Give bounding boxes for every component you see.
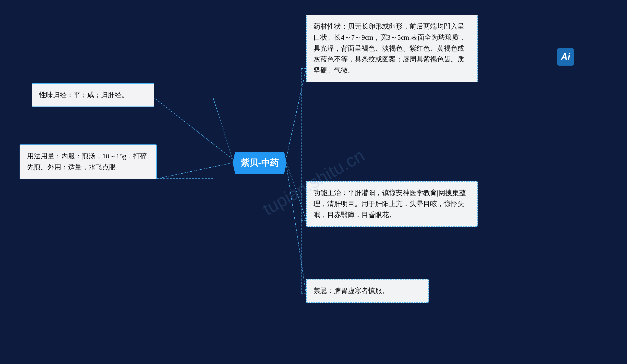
svg-line-12 — [213, 98, 233, 159]
center-node-label: 紫贝-中药 — [241, 157, 279, 169]
gongneng-text: 功能主治：平肝潜阳，镇惊安神医学教育|网搜集整理，清肝明目。用于肝阳上亢，头晕目… — [314, 189, 466, 219]
ai-badge-text: Ai — [561, 52, 570, 62]
card-gongneng: 功能主治：平肝潜阳，镇惊安神医学教育|网搜集整理，清肝明目。用于肝阳上亢，头晕目… — [306, 181, 478, 227]
svg-line-3 — [287, 163, 306, 220]
card-xingzhuang: 药材性状：贝壳长卵形或卵形，前后两端均凹入呈口状。长4～7～9cm，宽3～5cm… — [306, 15, 478, 82]
card-xingwei: 性味归经：平；咸；归肝经。 — [32, 83, 154, 107]
xingwei-text: 性味归经：平；咸；归肝经。 — [39, 91, 128, 99]
xingzhuang-text: 药材性状：贝壳长卵形或卵形，前后两端均凹入呈口状。长4～7～9cm，宽3～5cm… — [314, 23, 466, 74]
card-yongfa: 用法用量：内服：煎汤，10～15g，打碎先煎。外用：适量，水飞点眼。 — [20, 144, 157, 179]
svg-line-4 — [287, 166, 306, 294]
yongfa-text: 用法用量：内服：煎汤，10～15g，打碎先煎。外用：适量，水飞点眼。 — [27, 152, 147, 171]
svg-line-1 — [157, 163, 233, 179]
jinji-text: 禁忌：脾胃虚寒者慎服。 — [314, 287, 389, 294]
center-node: 紫贝-中药 — [233, 152, 287, 174]
svg-line-2 — [287, 69, 306, 157]
ai-badge: Ai — [557, 48, 574, 66]
card-jinji: 禁忌：脾胃虚寒者慎服。 — [306, 279, 429, 303]
svg-line-0 — [154, 98, 233, 159]
